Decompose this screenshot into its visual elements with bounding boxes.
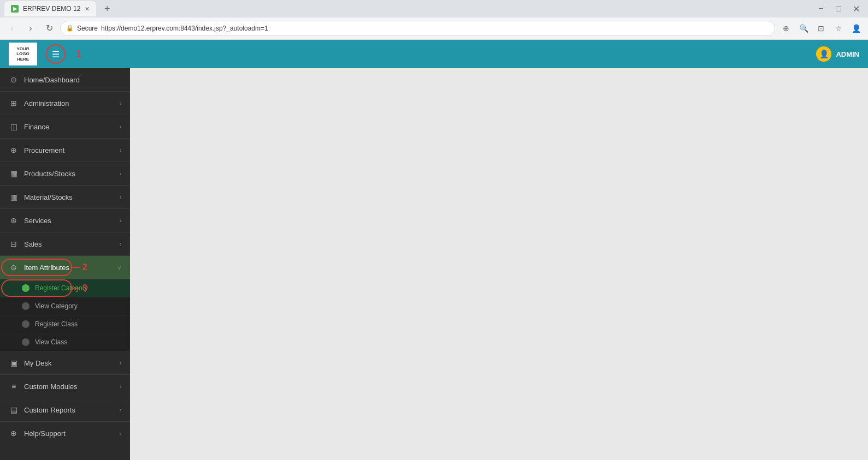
- bookmark-button[interactable]: ☆: [831, 21, 846, 36]
- sidebar-item-administration[interactable]: ⊞ Administration ‹: [0, 92, 130, 115]
- new-tab-button[interactable]: +: [101, 2, 114, 15]
- procurement-icon: ⊕: [9, 145, 19, 155]
- url-address: https://demo12.erprev.com:8443/index.jsp…: [101, 25, 268, 32]
- chevron-icon: ‹: [120, 100, 121, 106]
- sidebar-item-label: Sales: [24, 240, 114, 248]
- profile-button[interactable]: 👤: [848, 21, 864, 36]
- chevron-icon: ‹: [120, 407, 121, 413]
- sidebar-subitem-register-category[interactable]: — 3 Register Category: [0, 279, 130, 297]
- sidebar-item-services[interactable]: ⊛ Services ‹: [0, 209, 130, 232]
- sidebar-item-label: Custom Modules: [24, 383, 114, 391]
- app-container: YOUR LOGO HERE ☰ 1 👤 ADMIN ⊙ Home/Dashbo…: [0, 40, 868, 460]
- tab-favicon: ▶: [11, 5, 19, 13]
- material-icon: ▥: [9, 192, 19, 202]
- sidebar-item-label: Item Attributes: [24, 264, 112, 272]
- toolbar-icons: ⊕ 🔍 ⊡ ☆ 👤: [778, 21, 864, 36]
- browser-chrome: ▶ ERPREV DEMO 12 ✕ + − □ ✕ ‹ › ↻ 🔒 Secur…: [0, 0, 868, 40]
- tab-close-button[interactable]: ✕: [85, 5, 90, 13]
- custom-modules-icon: ≡: [9, 381, 19, 391]
- hamburger-button[interactable]: ☰: [46, 44, 66, 64]
- sidebar-item-label: Material/Stocks: [24, 193, 114, 201]
- close-button[interactable]: ✕: [848, 1, 864, 16]
- services-icon: ⊛: [9, 216, 19, 225]
- app-header: YOUR LOGO HERE ☰ 1 👤 ADMIN: [0, 40, 868, 68]
- subitem-icon: [22, 320, 29, 328]
- browser-titlebar: ▶ ERPREV DEMO 12 ✕ + − □ ✕: [0, 0, 868, 17]
- sidebar-item-label: Finance: [24, 123, 114, 131]
- sidebar-item-procurement[interactable]: ⊕ Procurement ‹: [0, 139, 130, 162]
- subitem-label: Register Category: [35, 284, 88, 292]
- subitem-label: View Category: [35, 302, 78, 310]
- subitem-icon: [22, 284, 29, 292]
- admin-avatar: 👤: [816, 46, 831, 62]
- sidebar-item-custom-modules[interactable]: ≡ Custom Modules ‹: [0, 375, 130, 398]
- chevron-icon: ‹: [120, 124, 121, 130]
- chevron-down-icon: ∨: [117, 265, 121, 271]
- home-icon: ⊙: [9, 75, 19, 85]
- sidebar-item-label: Administration: [24, 99, 114, 107]
- minimize-button[interactable]: −: [813, 1, 829, 16]
- sidebar-item-help-support[interactable]: ⊕ Help/Support ‹: [0, 422, 130, 445]
- sidebar-subitem-view-class[interactable]: View Class: [0, 333, 130, 351]
- sidebar-item-material-stocks[interactable]: ▥ Material/Stocks ‹: [0, 186, 130, 209]
- sidebar-subitem-register-class[interactable]: Register Class: [0, 315, 130, 333]
- zoom-button[interactable]: 🔍: [796, 21, 811, 36]
- browser-tab[interactable]: ▶ ERPREV DEMO 12 ✕: [4, 1, 96, 16]
- sidebar-item-products-stocks[interactable]: ▦ Products/Stocks ‹: [0, 162, 130, 186]
- sidebar-item-label: Procurement: [24, 146, 114, 154]
- sidebar-item-item-attributes[interactable]: — 2 ⊜ Item Attributes ∨: [0, 256, 130, 279]
- location-button[interactable]: ⊕: [778, 21, 794, 36]
- chevron-icon: ‹: [120, 241, 121, 247]
- content-area: [130, 68, 868, 460]
- sidebar-item-finance[interactable]: ◫ Finance ‹: [0, 115, 130, 139]
- annotation-1-label: 1: [76, 49, 81, 59]
- sidebar-item-label: My Desk: [24, 359, 114, 367]
- sales-icon: ⊟: [9, 239, 19, 249]
- admin-section: 👤 ADMIN: [816, 46, 859, 62]
- cast-button[interactable]: ⊡: [813, 21, 829, 36]
- back-button[interactable]: ‹: [4, 21, 20, 36]
- help-icon: ⊕: [9, 428, 19, 438]
- chevron-icon: ‹: [120, 218, 121, 224]
- sidebar: ⊙ Home/Dashboard ⊞ Administration ‹ ◫ Fi…: [0, 68, 130, 460]
- sidebar-item-my-desk[interactable]: ▣ My Desk ‹: [0, 351, 130, 375]
- finance-icon: ◫: [9, 122, 19, 132]
- chevron-icon: ‹: [120, 431, 121, 437]
- main-area: ⊙ Home/Dashboard ⊞ Administration ‹ ◫ Fi…: [0, 68, 868, 460]
- logo: YOUR LOGO HERE: [9, 43, 37, 65]
- sidebar-item-label: Custom Reports: [24, 406, 114, 414]
- tab-title: ERPREV DEMO 12: [23, 5, 80, 13]
- subitem-label: Register Class: [35, 320, 78, 328]
- secure-icon: 🔒: [66, 25, 74, 32]
- chevron-icon: ‹: [120, 360, 121, 366]
- subitem-label: View Class: [35, 338, 67, 346]
- sidebar-item-label: Services: [24, 217, 114, 225]
- reload-button[interactable]: ↻: [42, 21, 57, 36]
- my-desk-icon: ▣: [9, 358, 19, 368]
- url-protocol: Secure: [77, 25, 98, 32]
- custom-reports-icon: ▤: [9, 405, 19, 415]
- admin-name: ADMIN: [836, 50, 859, 58]
- subitem-icon: [22, 302, 29, 310]
- item-attributes-icon: ⊜: [9, 262, 19, 272]
- chevron-icon: ‹: [120, 171, 121, 177]
- address-bar[interactable]: 🔒 Secure https://demo12.erprev.com:8443/…: [60, 21, 775, 36]
- sidebar-item-label: Products/Stocks: [24, 170, 114, 178]
- sidebar-item-label: Help/Support: [24, 429, 114, 438]
- browser-toolbar: ‹ › ↻ 🔒 Secure https://demo12.erprev.com…: [0, 17, 868, 39]
- sidebar-subitem-view-category[interactable]: View Category: [0, 297, 130, 315]
- chevron-icon: ‹: [120, 147, 121, 153]
- sidebar-item-custom-reports[interactable]: ▤ Custom Reports ‹: [0, 398, 130, 422]
- restore-button[interactable]: □: [831, 1, 846, 16]
- sidebar-item-home-dashboard[interactable]: ⊙ Home/Dashboard: [0, 68, 130, 92]
- forward-button[interactable]: ›: [23, 21, 38, 36]
- chevron-icon: ‹: [120, 384, 121, 390]
- chevron-icon: ‹: [120, 194, 121, 200]
- administration-icon: ⊞: [9, 98, 19, 108]
- products-icon: ▦: [9, 169, 19, 178]
- subitem-icon: [22, 338, 29, 346]
- sidebar-item-label: Home/Dashboard: [24, 76, 121, 84]
- sidebar-item-sales[interactable]: ⊟ Sales ‹: [0, 232, 130, 256]
